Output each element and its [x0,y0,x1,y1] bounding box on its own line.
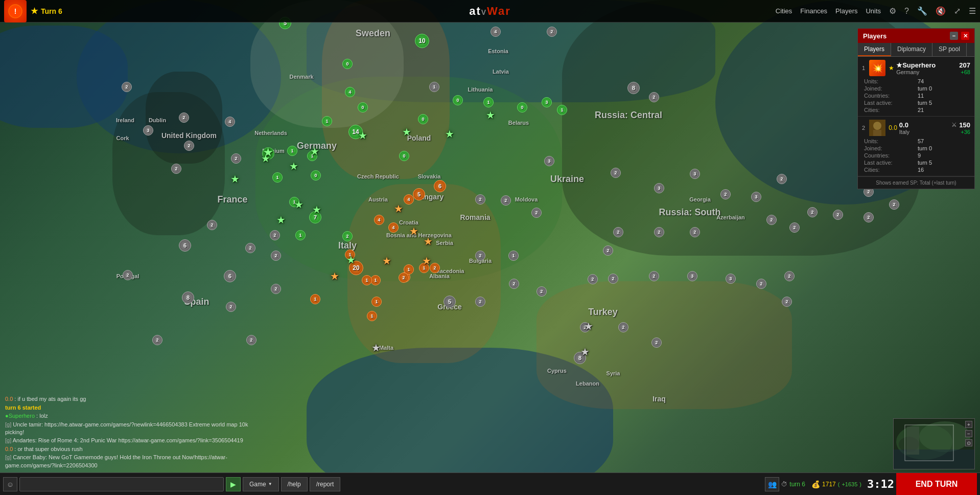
star-marker-18[interactable]: ★ [330,270,339,282]
unit-marker[interactable]: 2 [179,112,189,123]
star-marker-14[interactable]: ★ [422,255,431,267]
unit-marker[interactable]: 2 [654,227,664,237]
unit-marker[interactable]: 2 [342,231,353,241]
unit-marker[interactable]: 2 [207,220,217,230]
unit-marker[interactable]: 6 [179,239,191,252]
unit-marker[interactable]: 2 [833,210,843,220]
star-marker-11[interactable]: ★ [312,204,321,216]
sound-icon[interactable]: 🔇 [936,6,946,16]
unit-marker[interactable]: 0 [517,102,527,112]
tab-players[interactable]: Players [858,43,891,56]
fullscreen-icon[interactable]: ⤢ [954,6,961,16]
unit-marker[interactable]: 1 [508,251,519,261]
unit-marker[interactable]: 3 [726,274,736,284]
star-marker-21[interactable]: ★ [580,346,590,358]
star-marker-9[interactable]: ★ [294,198,304,211]
star-marker-19[interactable]: ★ [424,235,433,248]
share-icon[interactable]: ⚙ [889,6,896,16]
unit-marker[interactable]: 1 [272,172,283,183]
unit-marker[interactable]: 4 [345,87,355,97]
unit-marker[interactable]: 2 [122,82,132,92]
unit-marker[interactable]: 1 [287,146,297,156]
unit-marker[interactable]: 2 [226,302,236,312]
help-button[interactable]: /help [281,477,308,491]
unit-marker[interactable]: 2 [475,194,485,205]
unit-marker[interactable]: 2 [536,286,547,297]
minimap-zoom-in-button[interactable]: + [965,421,972,428]
unit-marker[interactable]: 2 [782,297,792,307]
unit-marker[interactable]: 4 [404,194,414,205]
star-marker-7[interactable]: ★ [445,128,454,140]
unit-marker[interactable]: 2 [756,279,766,289]
game-logo[interactable]: ! [4,0,27,22]
tab-diplomacy[interactable]: Diplomacy [891,43,932,56]
panel-minimize-button[interactable]: − [950,32,958,40]
player-name-superhero[interactable]: ★Superhero [896,61,936,69]
unit-marker[interactable]: 3 [654,183,664,193]
unit-marker[interactable]: 8 [182,291,194,304]
unit-marker[interactable]: 3 [143,125,153,136]
unit-marker[interactable]: 2 [618,322,628,332]
unit-marker[interactable]: 2 [690,227,700,237]
unit-marker[interactable]: 2 [889,199,899,210]
panel-close-button[interactable]: ✕ [961,32,969,40]
chat-input[interactable] [19,477,224,491]
star-marker-5[interactable]: ★ [358,129,367,142]
player-name-italy[interactable]: 0.0 [899,121,909,129]
chat-send-button[interactable]: ▶ [226,477,241,491]
unit-marker[interactable]: 0 [418,114,428,124]
star-marker-16[interactable]: ★ [394,202,403,215]
unit-marker[interactable]: 2 [588,274,598,284]
nav-finances[interactable]: Finances [800,7,827,15]
unit-marker[interactable]: 2 [766,215,777,225]
unit-marker[interactable]: 2 [720,189,731,199]
unit-marker[interactable]: 1 [310,294,320,304]
settings-icon[interactable]: 🔧 [917,6,927,16]
star-marker-10[interactable]: ★ [276,214,286,226]
unit-marker[interactable]: 6 [434,180,446,192]
unit-marker[interactable]: 1 [429,82,439,92]
unit-marker[interactable]: 2 [184,141,194,151]
unit-marker[interactable]: 6 [224,270,236,282]
unit-marker[interactable]: 2 [399,273,409,283]
unit-marker[interactable]: 2 [613,227,623,237]
unit-marker[interactable]: 2 [123,270,133,280]
unit-marker[interactable]: 2 [475,251,485,261]
unit-marker[interactable]: 0 [311,170,321,181]
star-marker-13[interactable]: ★ [371,342,381,354]
unit-marker[interactable]: 2 [475,297,485,307]
star-marker-2[interactable]: ★ [230,173,240,185]
unit-marker[interactable]: 2 [271,251,281,261]
unit-marker[interactable]: 2 [509,279,519,289]
nav-players[interactable]: Players [835,7,857,15]
unit-marker[interactable]: 4 [374,215,384,225]
unit-marker[interactable]: 2 [271,284,281,294]
unit-marker[interactable]: 1 [295,230,306,240]
players-icon[interactable]: 👥 [765,477,779,491]
star-marker-17[interactable]: ★ [409,225,418,237]
unit-marker[interactable]: 1 [371,297,382,307]
unit-marker[interactable]: 1 [557,105,567,115]
unit-marker[interactable]: 2 [171,164,181,174]
unit-marker[interactable]: 10 [415,34,429,48]
unit-marker[interactable]: 4 [388,222,399,233]
unit-marker[interactable]: 2 [651,338,662,348]
star-marker-1[interactable]: ★ [289,160,298,172]
unit-marker[interactable]: 1 [483,97,494,107]
unit-marker[interactable]: 2 [152,335,162,345]
help-icon[interactable]: ? [904,7,909,16]
unit-marker[interactable]: 1 [322,116,332,126]
unit-marker[interactable]: 2 [784,271,795,281]
unit-marker[interactable]: 0 [358,102,368,112]
unit-marker[interactable]: 2 [608,274,618,284]
minimap[interactable]: + − ⊙ [893,418,975,469]
unit-marker[interactable]: 2 [649,271,659,281]
unit-marker[interactable]: 2 [246,335,256,345]
unit-marker[interactable]: 2 [649,92,659,102]
nav-units[interactable]: Units [866,7,881,15]
unit-marker[interactable]: 5 [444,296,456,308]
nav-cities[interactable]: Cities [776,7,792,15]
star-marker-8[interactable]: ★ [486,109,495,121]
minimap-zoom-out-button[interactable]: − [965,430,972,437]
star-marker-6[interactable]: ★ [402,126,411,138]
